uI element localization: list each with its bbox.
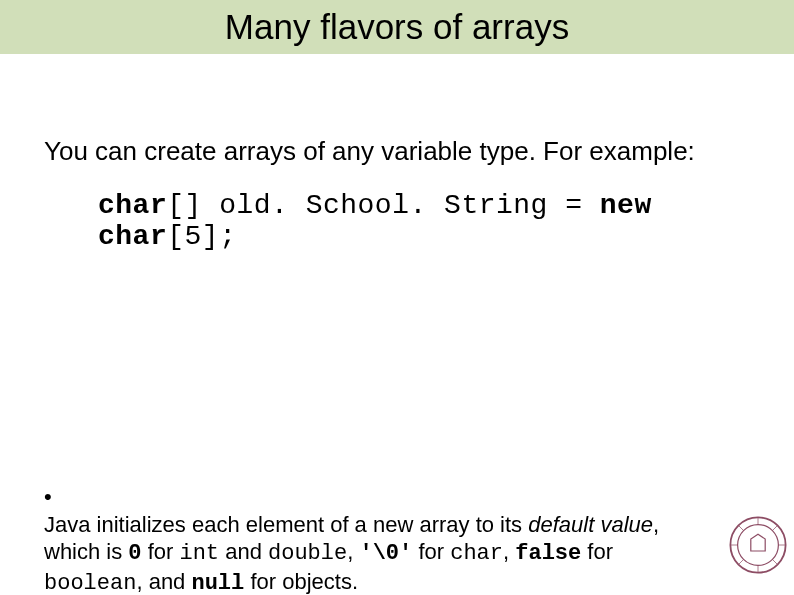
code-identifier: old. School. String =: [219, 190, 600, 221]
bullet-and-null: , and: [136, 569, 191, 594]
null-keyword: null: [191, 571, 244, 596]
bullet-and: and: [219, 539, 268, 564]
svg-line-7: [772, 559, 777, 564]
svg-point-1: [738, 525, 779, 566]
bullet-note: • Java initializes each element of a new…: [44, 483, 734, 595]
svg-line-6: [739, 526, 744, 531]
slide-title-bar: Many flavors of arrays: [0, 0, 794, 54]
bullet-for-obj: for objects.: [244, 569, 358, 594]
svg-line-8: [739, 559, 744, 564]
institution-seal-icon: [728, 515, 788, 575]
intro-paragraph: You can create arrays of any variable ty…: [44, 136, 695, 167]
int-keyword: int: [179, 541, 219, 566]
svg-line-9: [772, 526, 777, 531]
double-keyword: double: [268, 541, 347, 566]
default-value-em: default value: [528, 512, 653, 537]
bullet-for-bool: for: [581, 539, 613, 564]
false-keyword: false: [515, 541, 581, 566]
boolean-keyword: boolean: [44, 571, 136, 596]
nullchar-literal: '\0': [359, 541, 412, 566]
code-keyword-char: char: [98, 190, 167, 221]
slide-title: Many flavors of arrays: [225, 7, 569, 47]
code-tail: [5];: [167, 221, 236, 252]
char-keyword: char: [450, 541, 503, 566]
bullet-comma2: ,: [503, 539, 515, 564]
bullet-body: Java initializes each element of a new a…: [44, 511, 714, 596]
bullet-comma1: ,: [347, 539, 359, 564]
svg-point-0: [730, 517, 785, 572]
bullet-for-int: for: [142, 539, 180, 564]
code-brackets: []: [167, 190, 219, 221]
bullet-marker: •: [44, 483, 60, 511]
bullet-for-char: for: [412, 539, 450, 564]
zero-literal: 0: [128, 541, 141, 566]
bullet-lead: Java initializes each element of a new a…: [44, 512, 528, 537]
code-example: char[] old. School. String = new char[5]…: [98, 190, 794, 252]
